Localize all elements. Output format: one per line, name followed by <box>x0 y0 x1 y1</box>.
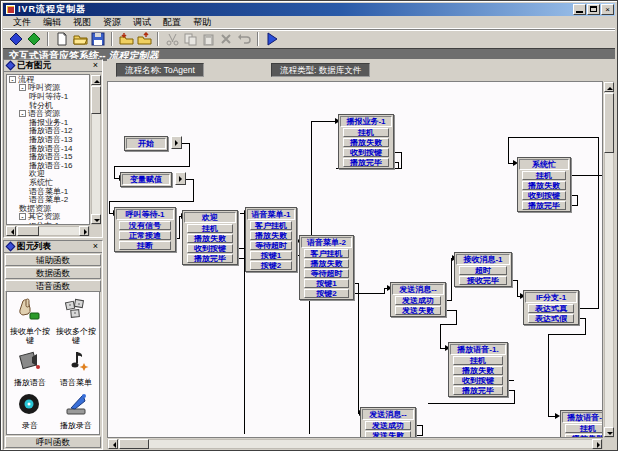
tree-expander-icon[interactable]: - <box>9 76 16 83</box>
block-port[interactable]: 超时 <box>459 266 507 275</box>
block-port[interactable]: 挂断 <box>119 241 171 250</box>
group-data-functions[interactable]: 数据函数 <box>5 267 101 279</box>
new-file-icon[interactable] <box>53 31 71 47</box>
block-port[interactable]: 表达式真 <box>528 304 574 313</box>
block-title[interactable]: 呼叫等待-1 <box>116 209 174 220</box>
scroll-up-button[interactable] <box>604 82 614 92</box>
scroll-up-button[interactable] <box>91 75 101 85</box>
scroll-thumb[interactable] <box>604 93 614 153</box>
import-flow-icon[interactable] <box>117 31 135 47</box>
block-title[interactable]: 播放语音-1. <box>562 412 603 423</box>
block-title[interactable]: 语音菜单-2 <box>301 237 352 248</box>
tree-expander-icon[interactable]: - <box>19 84 26 91</box>
tree-item[interactable]: 播放语音-16 <box>7 161 89 170</box>
block-out-button[interactable] <box>171 136 182 149</box>
block-port[interactable]: 挂机 <box>522 171 566 180</box>
menu-edit[interactable]: 编辑 <box>37 16 67 29</box>
undo-icon[interactable] <box>235 31 253 47</box>
delete-icon[interactable] <box>217 31 235 47</box>
block-port[interactable]: 挂机 <box>453 356 503 365</box>
group-aux-functions[interactable]: 辅助函数 <box>5 254 101 266</box>
block-port[interactable]: 收到按键 <box>522 191 566 200</box>
block-port[interactable]: 等待超时 <box>250 241 292 250</box>
menu-help[interactable]: 帮助 <box>187 16 217 29</box>
block-port[interactable]: 按键1 <box>304 279 349 288</box>
scroll-down-button[interactable] <box>91 214 101 224</box>
record-icon[interactable] <box>8 392 52 420</box>
flow-block-play-voice-a[interactable]: 播放语音-1.挂机播放失败收到按键播放完毕 <box>448 342 508 397</box>
palette-close-icon[interactable]: × <box>91 61 100 70</box>
block-port[interactable]: 播放失败 <box>187 234 233 243</box>
flow-block-broadcast-1[interactable]: 播报业务-1挂机播放失败收到按键播放完毕 <box>338 114 394 169</box>
tree-expander-icon[interactable]: - <box>19 213 26 220</box>
hand-multi-key-icon[interactable] <box>54 298 98 326</box>
run-icon[interactable] <box>263 31 281 47</box>
menu-resource[interactable]: 资源 <box>97 16 127 29</box>
canvas-horizontal-scrollbar[interactable] <box>107 439 603 449</box>
block-port[interactable]: 播放失败 <box>343 138 389 147</box>
block-title[interactable]: 语音菜单-1 <box>247 209 295 220</box>
canvas-vertical-scrollbar[interactable] <box>604 81 614 438</box>
tree-horizontal-scrollbar[interactable] <box>5 226 90 236</box>
flow-block-send-msg-1[interactable]: 发送消息--发送成功发送失败 <box>390 282 446 317</box>
scroll-left-button[interactable] <box>6 226 16 236</box>
open-folder-icon[interactable] <box>71 31 89 47</box>
cut-icon[interactable] <box>163 31 181 47</box>
menu-config[interactable]: 配置 <box>157 16 187 29</box>
menu-debug[interactable]: 调试 <box>127 16 157 29</box>
block-title[interactable]: 播放语音-1. <box>450 344 506 355</box>
flow-block-recv-msg-1[interactable]: 接收消息-1超时接收完毕 <box>454 252 512 287</box>
block-title[interactable]: 发送消息-- <box>362 409 414 420</box>
block-port[interactable]: 没有信号 <box>119 221 171 230</box>
flow-block-play-voice-b[interactable]: 播放语音-1.挂机播放失败 <box>560 410 603 438</box>
flow-block-welcome[interactable]: 欢迎挂机播放失败收到按键播放完毕 <box>182 210 238 265</box>
block-port[interactable]: 表达式假 <box>528 314 574 323</box>
back-diamond-icon[interactable] <box>7 31 25 47</box>
library-item[interactable]: 语音菜单 <box>54 349 98 388</box>
block-port[interactable]: 按键1 <box>250 251 292 260</box>
block-title[interactable]: 接收消息-1 <box>456 254 510 265</box>
block-port[interactable]: 收到按键 <box>187 244 233 253</box>
block-port[interactable]: 播放失败 <box>250 231 292 240</box>
block-title[interactable]: 变量赋值 <box>122 174 170 185</box>
block-title[interactable]: 欢迎 <box>184 212 236 223</box>
library-item[interactable]: 播放语音 <box>8 349 52 388</box>
scroll-right-button[interactable] <box>79 226 89 236</box>
block-port[interactable]: 播放失败 <box>522 181 566 190</box>
play-record-icon[interactable] <box>54 392 98 420</box>
block-port[interactable]: 播放完毕 <box>187 254 233 263</box>
flow-block-call-wait-1[interactable]: 呼叫等待-1没有信号正常接通挂断 <box>114 207 176 252</box>
block-title[interactable]: 系统忙 <box>519 159 569 170</box>
block-port[interactable]: 按键2 <box>250 261 292 270</box>
block-port[interactable]: 发送失败 <box>365 431 411 438</box>
flow-block-sys-busy[interactable]: 系统忙挂机播放失败收到按键播放完毕 <box>517 157 571 212</box>
tree-item-label[interactable]: IF分支-1 <box>29 220 59 225</box>
library-item[interactable]: 录音 <box>8 392 52 431</box>
library-item[interactable]: 接收单个按键 <box>8 298 52 345</box>
block-port[interactable]: 发送失败 <box>395 306 441 315</box>
block-title[interactable]: 开始 <box>126 138 166 149</box>
scroll-thumb[interactable] <box>91 86 101 114</box>
paste-icon[interactable] <box>199 31 217 47</box>
flow-block-voice-menu-1[interactable]: 语音菜单-1客户挂机播放失败等待超时按键1按键2 <box>245 207 297 272</box>
close-button[interactable]: × <box>601 4 614 15</box>
flow-block-if-branch-1[interactable]: IF分支-1表达式真表达式假 <box>523 290 579 325</box>
export-flow-icon[interactable] <box>135 31 153 47</box>
block-port[interactable]: 挂机 <box>187 224 233 233</box>
hand-single-key-icon[interactable] <box>8 298 52 326</box>
tree-vertical-scrollbar[interactable] <box>91 74 101 225</box>
block-port[interactable]: 播放失败 <box>304 259 349 268</box>
block-title[interactable]: 播报业务-1 <box>340 116 392 127</box>
tree-item[interactable]: IF分支-1 <box>7 221 89 225</box>
block-port[interactable]: 收到按键 <box>343 148 389 157</box>
menu-file[interactable]: 文件 <box>7 16 37 29</box>
block-port[interactable]: 正常接通 <box>119 231 171 240</box>
block-port[interactable]: 播放完毕 <box>522 201 566 210</box>
block-title[interactable]: 发送消息-- <box>392 284 444 295</box>
block-port[interactable]: 接收完毕 <box>459 276 507 285</box>
block-port[interactable]: 挂机 <box>565 424 603 433</box>
flow-block-voice-menu-2[interactable]: 语音菜单-2客户挂机播放失败等待超时按键1按键2 <box>299 235 354 300</box>
forward-diamond-icon[interactable] <box>25 31 43 47</box>
play-voice-icon[interactable] <box>8 349 52 377</box>
block-title[interactable]: IF分支-1 <box>525 292 577 303</box>
